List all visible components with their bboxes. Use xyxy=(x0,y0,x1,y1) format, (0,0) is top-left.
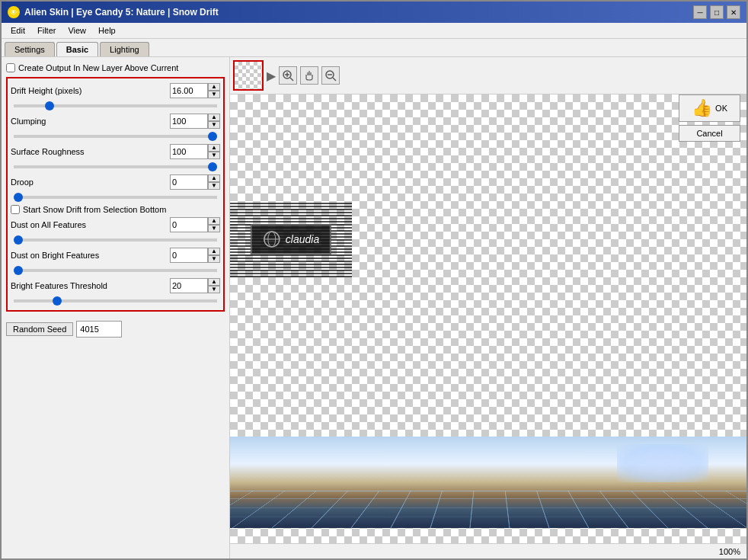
clumping-spinner: ▲ ▼ xyxy=(208,114,220,129)
start-snow-drift-label: Start Snow Drift from Selection Bottom xyxy=(23,205,166,214)
droop-label: Droop xyxy=(11,178,170,187)
claudia-container: claudia xyxy=(230,201,352,277)
menu-help[interactable]: Help xyxy=(92,24,122,37)
clumping-label: Clumping xyxy=(11,117,170,126)
random-seed-button[interactable]: Random Seed xyxy=(6,322,73,336)
dust-all-slider[interactable] xyxy=(14,238,217,242)
claudia-text-box: claudia xyxy=(251,224,331,254)
create-output-label: Create Output In New Layer Above Current xyxy=(18,63,178,72)
droop-input-wrap: ▲ ▼ xyxy=(170,174,220,190)
tab-lighting[interactable]: Lighting xyxy=(100,42,149,56)
ok-cancel-panel: 👍 OK Cancel xyxy=(679,94,740,142)
ok-label: OK xyxy=(715,104,727,113)
close-button[interactable]: ✕ xyxy=(727,5,740,19)
title-bar-controls: ─ □ ✕ xyxy=(693,5,740,19)
drift-height-spinner: ▲ ▼ xyxy=(208,83,220,98)
dust-all-row: Dust on All Features ▲ ▼ xyxy=(11,216,220,234)
clumping-down[interactable]: ▼ xyxy=(208,121,220,129)
drift-height-down[interactable]: ▼ xyxy=(208,91,220,98)
zoom-out-button[interactable] xyxy=(321,66,340,85)
bright-threshold-label: Bright Features Threshold xyxy=(11,281,170,290)
start-snow-drift-checkbox[interactable] xyxy=(11,205,20,214)
dust-bright-spinner: ▲ ▼ xyxy=(208,248,220,263)
bright-threshold-input[interactable] xyxy=(170,278,208,293)
dust-bright-input-wrap: ▲ ▼ xyxy=(170,248,220,263)
menu-view[interactable]: View xyxy=(62,24,92,37)
dust-bright-up[interactable]: ▲ xyxy=(208,248,220,255)
surface-roughness-input[interactable] xyxy=(170,144,208,159)
drift-height-up[interactable]: ▲ xyxy=(208,83,220,91)
dust-bright-input[interactable] xyxy=(170,248,208,263)
cancel-button[interactable]: Cancel xyxy=(679,125,740,142)
droop-slider[interactable] xyxy=(14,196,217,199)
surface-roughness-down[interactable]: ▼ xyxy=(208,152,220,159)
seed-value-input[interactable] xyxy=(76,321,122,338)
create-output-checkbox[interactable] xyxy=(6,63,15,72)
clumping-slider[interactable] xyxy=(14,135,217,138)
svg-line-5 xyxy=(333,78,336,81)
tab-settings[interactable]: Settings xyxy=(5,42,55,56)
bright-threshold-slider-wrap xyxy=(11,295,220,307)
ok-button[interactable]: 👍 OK xyxy=(679,94,740,122)
cloud-shape xyxy=(617,444,708,482)
droop-slider-wrap xyxy=(11,191,220,203)
surface-roughness-slider[interactable] xyxy=(14,165,217,168)
bright-threshold-slider[interactable] xyxy=(14,299,217,302)
zoom-in-button[interactable] xyxy=(279,66,297,85)
zoom-in-icon xyxy=(282,69,294,82)
dust-all-slider-wrap xyxy=(11,234,220,246)
drift-height-slider-wrap xyxy=(11,100,220,112)
surface-roughness-input-wrap: ▲ ▼ xyxy=(170,144,220,159)
ok-hand-icon: 👍 xyxy=(692,98,712,118)
dust-all-down[interactable]: ▼ xyxy=(208,225,220,232)
clumping-slider-wrap xyxy=(11,130,220,142)
claudia-brand-text: claudia xyxy=(286,233,319,245)
preview-area: claudia xyxy=(230,94,746,543)
drift-height-label: Drift Height (pixels) xyxy=(11,86,170,95)
surface-roughness-row: Surface Roughness ▲ ▼ xyxy=(11,142,220,161)
bright-threshold-up[interactable]: ▲ xyxy=(208,278,220,286)
menu-bar: Edit Filter View Help xyxy=(2,23,746,39)
title-bar: 👁 Alien Skin | Eye Candy 5: Nature | Sno… xyxy=(2,2,746,23)
dust-bright-label: Dust on Bright Features xyxy=(11,251,170,260)
tab-basic[interactable]: Basic xyxy=(56,42,98,56)
landscape-bg xyxy=(230,437,746,528)
grid-perspective xyxy=(230,491,746,528)
drift-height-input[interactable] xyxy=(170,83,208,98)
dust-bright-down[interactable]: ▼ xyxy=(208,255,220,263)
status-bar: 100% xyxy=(230,543,746,558)
random-seed-row: Random Seed xyxy=(6,321,225,338)
preview-thumbnail xyxy=(233,60,264,91)
droop-down[interactable]: ▼ xyxy=(208,182,220,190)
svg-line-1 xyxy=(290,78,293,81)
surface-roughness-slider-wrap xyxy=(11,161,220,173)
droop-up[interactable]: ▲ xyxy=(208,174,220,182)
dust-bright-row: Dust on Bright Features ▲ ▼ xyxy=(11,246,220,264)
drift-height-slider[interactable] xyxy=(14,104,217,107)
landscape-preview xyxy=(230,437,746,528)
zoom-level: 100% xyxy=(719,547,740,556)
surface-roughness-spinner: ▲ ▼ xyxy=(208,144,220,159)
main-window: 👁 Alien Skin | Eye Candy 5: Nature | Sno… xyxy=(0,0,748,560)
dust-bright-slider-wrap xyxy=(11,264,220,277)
droop-input[interactable] xyxy=(170,174,208,190)
dust-bright-slider[interactable] xyxy=(14,269,217,272)
droop-row: Droop ▲ ▼ xyxy=(11,173,220,191)
clumping-up[interactable]: ▲ xyxy=(208,114,220,121)
dust-all-input[interactable] xyxy=(170,217,208,232)
dust-all-label: Dust on All Features xyxy=(11,220,170,229)
claudia-badge-area: claudia xyxy=(230,201,352,277)
dust-all-up[interactable]: ▲ xyxy=(208,217,220,225)
menu-filter[interactable]: Filter xyxy=(31,24,62,37)
bright-threshold-down[interactable]: ▼ xyxy=(208,286,220,293)
clumping-input[interactable] xyxy=(170,114,208,129)
surface-roughness-up[interactable]: ▲ xyxy=(208,144,220,152)
pan-button[interactable] xyxy=(300,66,318,85)
preview-toolbar: ▶ xyxy=(230,57,746,94)
maximize-button[interactable]: □ xyxy=(710,5,724,19)
minimize-button[interactable]: ─ xyxy=(693,5,707,19)
menu-edit[interactable]: Edit xyxy=(5,24,31,37)
drift-height-input-wrap: ▲ ▼ xyxy=(170,83,220,98)
surface-roughness-label: Surface Roughness xyxy=(11,147,170,156)
right-panel: ▶ xyxy=(230,57,746,558)
